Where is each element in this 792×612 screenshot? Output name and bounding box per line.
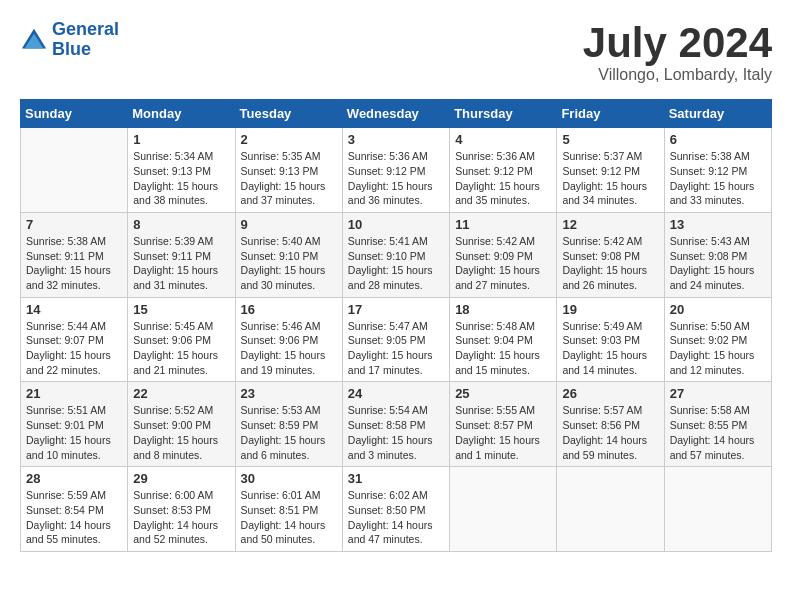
day-info: Sunrise: 6:01 AM Sunset: 8:51 PM Dayligh… bbox=[241, 488, 337, 547]
calendar-cell bbox=[450, 467, 557, 552]
day-info: Sunrise: 6:02 AM Sunset: 8:50 PM Dayligh… bbox=[348, 488, 444, 547]
calendar-cell: 30Sunrise: 6:01 AM Sunset: 8:51 PM Dayli… bbox=[235, 467, 342, 552]
day-number: 23 bbox=[241, 386, 337, 401]
logo: General Blue bbox=[20, 20, 119, 60]
day-info: Sunrise: 5:42 AM Sunset: 9:09 PM Dayligh… bbox=[455, 234, 551, 293]
calendar-cell: 26Sunrise: 5:57 AM Sunset: 8:56 PM Dayli… bbox=[557, 382, 664, 467]
calendar-cell bbox=[664, 467, 771, 552]
day-number: 5 bbox=[562, 132, 658, 147]
calendar-cell: 8Sunrise: 5:39 AM Sunset: 9:11 PM Daylig… bbox=[128, 212, 235, 297]
day-number: 24 bbox=[348, 386, 444, 401]
day-info: Sunrise: 5:47 AM Sunset: 9:05 PM Dayligh… bbox=[348, 319, 444, 378]
day-number: 4 bbox=[455, 132, 551, 147]
location: Villongo, Lombardy, Italy bbox=[583, 66, 772, 84]
logo-line2: Blue bbox=[52, 39, 91, 59]
day-info: Sunrise: 5:41 AM Sunset: 9:10 PM Dayligh… bbox=[348, 234, 444, 293]
title-area: July 2024 Villongo, Lombardy, Italy bbox=[583, 20, 772, 84]
day-info: Sunrise: 5:40 AM Sunset: 9:10 PM Dayligh… bbox=[241, 234, 337, 293]
calendar-cell: 23Sunrise: 5:53 AM Sunset: 8:59 PM Dayli… bbox=[235, 382, 342, 467]
day-number: 2 bbox=[241, 132, 337, 147]
day-number: 13 bbox=[670, 217, 766, 232]
day-info: Sunrise: 5:39 AM Sunset: 9:11 PM Dayligh… bbox=[133, 234, 229, 293]
header-day-thursday: Thursday bbox=[450, 100, 557, 128]
calendar-cell bbox=[557, 467, 664, 552]
day-number: 14 bbox=[26, 302, 122, 317]
day-number: 30 bbox=[241, 471, 337, 486]
calendar-week-4: 21Sunrise: 5:51 AM Sunset: 9:01 PM Dayli… bbox=[21, 382, 772, 467]
day-info: Sunrise: 5:38 AM Sunset: 9:12 PM Dayligh… bbox=[670, 149, 766, 208]
day-number: 21 bbox=[26, 386, 122, 401]
day-info: Sunrise: 5:38 AM Sunset: 9:11 PM Dayligh… bbox=[26, 234, 122, 293]
calendar-table: SundayMondayTuesdayWednesdayThursdayFrid… bbox=[20, 99, 772, 552]
calendar-cell: 28Sunrise: 5:59 AM Sunset: 8:54 PM Dayli… bbox=[21, 467, 128, 552]
calendar-week-3: 14Sunrise: 5:44 AM Sunset: 9:07 PM Dayli… bbox=[21, 297, 772, 382]
month-title: July 2024 bbox=[583, 20, 772, 66]
header: General Blue July 2024 Villongo, Lombard… bbox=[20, 20, 772, 84]
day-number: 18 bbox=[455, 302, 551, 317]
header-day-wednesday: Wednesday bbox=[342, 100, 449, 128]
day-number: 7 bbox=[26, 217, 122, 232]
day-info: Sunrise: 5:45 AM Sunset: 9:06 PM Dayligh… bbox=[133, 319, 229, 378]
day-info: Sunrise: 5:46 AM Sunset: 9:06 PM Dayligh… bbox=[241, 319, 337, 378]
day-info: Sunrise: 5:44 AM Sunset: 9:07 PM Dayligh… bbox=[26, 319, 122, 378]
day-number: 17 bbox=[348, 302, 444, 317]
day-number: 31 bbox=[348, 471, 444, 486]
header-row: SundayMondayTuesdayWednesdayThursdayFrid… bbox=[21, 100, 772, 128]
calendar-cell: 29Sunrise: 6:00 AM Sunset: 8:53 PM Dayli… bbox=[128, 467, 235, 552]
day-number: 28 bbox=[26, 471, 122, 486]
day-info: Sunrise: 5:34 AM Sunset: 9:13 PM Dayligh… bbox=[133, 149, 229, 208]
day-info: Sunrise: 5:35 AM Sunset: 9:13 PM Dayligh… bbox=[241, 149, 337, 208]
day-number: 11 bbox=[455, 217, 551, 232]
day-info: Sunrise: 5:36 AM Sunset: 9:12 PM Dayligh… bbox=[348, 149, 444, 208]
day-number: 20 bbox=[670, 302, 766, 317]
day-number: 8 bbox=[133, 217, 229, 232]
calendar-week-2: 7Sunrise: 5:38 AM Sunset: 9:11 PM Daylig… bbox=[21, 212, 772, 297]
calendar-cell: 4Sunrise: 5:36 AM Sunset: 9:12 PM Daylig… bbox=[450, 128, 557, 213]
header-day-friday: Friday bbox=[557, 100, 664, 128]
day-info: Sunrise: 5:36 AM Sunset: 9:12 PM Dayligh… bbox=[455, 149, 551, 208]
calendar-cell: 21Sunrise: 5:51 AM Sunset: 9:01 PM Dayli… bbox=[21, 382, 128, 467]
day-number: 3 bbox=[348, 132, 444, 147]
header-day-saturday: Saturday bbox=[664, 100, 771, 128]
day-info: Sunrise: 5:42 AM Sunset: 9:08 PM Dayligh… bbox=[562, 234, 658, 293]
day-info: Sunrise: 5:59 AM Sunset: 8:54 PM Dayligh… bbox=[26, 488, 122, 547]
day-number: 1 bbox=[133, 132, 229, 147]
calendar-cell: 25Sunrise: 5:55 AM Sunset: 8:57 PM Dayli… bbox=[450, 382, 557, 467]
calendar-cell: 3Sunrise: 5:36 AM Sunset: 9:12 PM Daylig… bbox=[342, 128, 449, 213]
header-day-monday: Monday bbox=[128, 100, 235, 128]
calendar-cell: 24Sunrise: 5:54 AM Sunset: 8:58 PM Dayli… bbox=[342, 382, 449, 467]
calendar-cell: 20Sunrise: 5:50 AM Sunset: 9:02 PM Dayli… bbox=[664, 297, 771, 382]
calendar-cell: 6Sunrise: 5:38 AM Sunset: 9:12 PM Daylig… bbox=[664, 128, 771, 213]
calendar-cell: 13Sunrise: 5:43 AM Sunset: 9:08 PM Dayli… bbox=[664, 212, 771, 297]
day-info: Sunrise: 5:51 AM Sunset: 9:01 PM Dayligh… bbox=[26, 403, 122, 462]
day-info: Sunrise: 5:55 AM Sunset: 8:57 PM Dayligh… bbox=[455, 403, 551, 462]
day-number: 9 bbox=[241, 217, 337, 232]
day-number: 25 bbox=[455, 386, 551, 401]
header-day-sunday: Sunday bbox=[21, 100, 128, 128]
calendar-cell: 5Sunrise: 5:37 AM Sunset: 9:12 PM Daylig… bbox=[557, 128, 664, 213]
calendar-cell: 12Sunrise: 5:42 AM Sunset: 9:08 PM Dayli… bbox=[557, 212, 664, 297]
day-info: Sunrise: 6:00 AM Sunset: 8:53 PM Dayligh… bbox=[133, 488, 229, 547]
calendar-cell: 1Sunrise: 5:34 AM Sunset: 9:13 PM Daylig… bbox=[128, 128, 235, 213]
day-number: 16 bbox=[241, 302, 337, 317]
calendar-cell: 9Sunrise: 5:40 AM Sunset: 9:10 PM Daylig… bbox=[235, 212, 342, 297]
day-info: Sunrise: 5:54 AM Sunset: 8:58 PM Dayligh… bbox=[348, 403, 444, 462]
day-info: Sunrise: 5:50 AM Sunset: 9:02 PM Dayligh… bbox=[670, 319, 766, 378]
day-info: Sunrise: 5:49 AM Sunset: 9:03 PM Dayligh… bbox=[562, 319, 658, 378]
day-number: 12 bbox=[562, 217, 658, 232]
calendar-cell: 27Sunrise: 5:58 AM Sunset: 8:55 PM Dayli… bbox=[664, 382, 771, 467]
calendar-cell: 14Sunrise: 5:44 AM Sunset: 9:07 PM Dayli… bbox=[21, 297, 128, 382]
logo-text: General Blue bbox=[52, 20, 119, 60]
day-number: 19 bbox=[562, 302, 658, 317]
day-info: Sunrise: 5:52 AM Sunset: 9:00 PM Dayligh… bbox=[133, 403, 229, 462]
calendar-cell: 11Sunrise: 5:42 AM Sunset: 9:09 PM Dayli… bbox=[450, 212, 557, 297]
day-info: Sunrise: 5:57 AM Sunset: 8:56 PM Dayligh… bbox=[562, 403, 658, 462]
calendar-cell: 2Sunrise: 5:35 AM Sunset: 9:13 PM Daylig… bbox=[235, 128, 342, 213]
day-number: 27 bbox=[670, 386, 766, 401]
calendar-body: 1Sunrise: 5:34 AM Sunset: 9:13 PM Daylig… bbox=[21, 128, 772, 552]
header-day-tuesday: Tuesday bbox=[235, 100, 342, 128]
calendar-cell: 19Sunrise: 5:49 AM Sunset: 9:03 PM Dayli… bbox=[557, 297, 664, 382]
day-info: Sunrise: 5:58 AM Sunset: 8:55 PM Dayligh… bbox=[670, 403, 766, 462]
calendar-cell: 7Sunrise: 5:38 AM Sunset: 9:11 PM Daylig… bbox=[21, 212, 128, 297]
calendar-cell: 10Sunrise: 5:41 AM Sunset: 9:10 PM Dayli… bbox=[342, 212, 449, 297]
